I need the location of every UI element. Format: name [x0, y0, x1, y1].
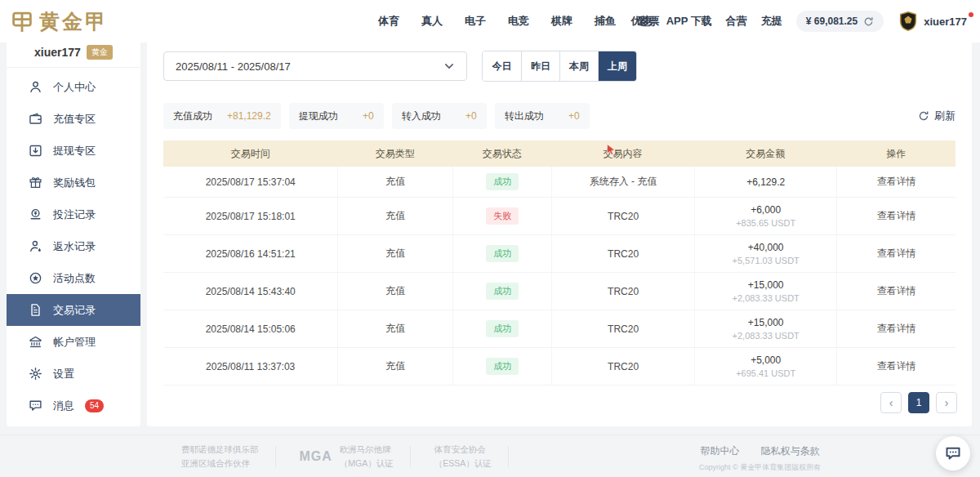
sidebar-menu-item[interactable]: 充值专区 [7, 103, 140, 135]
table-row: 2025/08/11 13:37:03 充值 成功 TRC20 +5,000 +… [163, 348, 956, 386]
summary-chip: 提现成功 +0 [289, 103, 384, 129]
nav-item[interactable]: 真人 [421, 14, 443, 29]
user-menu[interactable]: xiuer177 [898, 11, 973, 32]
date-range-value: 2025/08/11 - 2025/08/17 [176, 60, 291, 73]
col-header-action: 操作 [836, 147, 956, 161]
partner-description: 费耶诺德足球俱乐部 亚洲区域合作伙伴 [181, 443, 259, 470]
header-link[interactable]: APP 下载 [666, 14, 712, 29]
balance-pill[interactable]: ¥ 69,081.25 [796, 11, 884, 32]
view-details-link[interactable]: 查看详情 [877, 284, 916, 298]
view-details-link[interactable]: 查看详情 [877, 322, 916, 336]
summary-label: 转入成功 [402, 109, 441, 123]
table-row: 2025/08/17 15:37:04 充值 成功 系统存入 - 充值 +6,1… [163, 167, 956, 198]
current-page-button[interactable]: 1 [908, 392, 929, 413]
next-page-button[interactable]: › [936, 392, 957, 413]
summary-chip: 转入成功 +0 [392, 103, 487, 129]
header-link[interactable]: 充提 [761, 14, 782, 29]
view-details-link[interactable]: 查看详情 [877, 209, 916, 223]
status-badge: 失败 [486, 207, 519, 225]
brand-name: 黄金甲 [39, 8, 108, 35]
sidebar-item-label: 提现专区 [53, 144, 96, 158]
header-link[interactable]: 合营 [726, 14, 747, 29]
view-details-link[interactable]: 查看详情 [877, 359, 916, 373]
sidebar-menu-item[interactable]: 设置 [7, 358, 140, 390]
cell-type: 充值 [337, 310, 452, 347]
cell-action: 查看详情 [836, 167, 956, 197]
amount-usdt: +835.65 USDT [736, 218, 795, 228]
partner-item: 费耶诺德足球俱乐部 亚洲区域合作伙伴 [174, 443, 259, 470]
col-header-content: 交易内容 [551, 147, 694, 161]
nav-item[interactable]: 棋牌 [551, 14, 572, 29]
summary-row: 充值成功 +81,129.2 提现成功 +0 转入成功 +0 转出成功 +0 刷… [163, 103, 956, 129]
footer-link[interactable]: 帮助中心 [701, 444, 740, 458]
sidebar-menu-item[interactable]: 返水记录 [7, 230, 140, 262]
sidebar-menu-item[interactable]: 个人中心 [7, 71, 140, 103]
cell-amount: +6,129.2 [694, 167, 837, 197]
cell-type: 充值 [337, 348, 452, 385]
cell-type: 充值 [337, 235, 452, 272]
records-icon [29, 303, 42, 317]
notification-dot [969, 12, 973, 17]
status-badge: 成功 [486, 245, 519, 262]
amount-usdt: +5,571.03 USDT [733, 256, 800, 265]
nav-item[interactable]: 电竞 [508, 14, 529, 29]
nav-item[interactable]: 体育 [378, 14, 399, 29]
view-details-link[interactable]: 查看详情 [877, 175, 916, 189]
prev-page-button[interactable]: ‹ [880, 392, 902, 413]
withdraw-icon [29, 144, 42, 158]
partner-line1: 欧洲马尔他牌 [340, 443, 394, 456]
sidebar-item-label: 奖励钱包 [53, 176, 96, 190]
balance-amount: ¥ 69,081.25 [806, 16, 858, 27]
table-row: 2025/08/17 15:18:01 充值 失败 TRC20 +6,000 +… [163, 198, 956, 235]
table-row: 2025/08/16 14:51:21 充值 成功 TRC20 +40,000 … [163, 235, 956, 273]
cell-action: 查看详情 [836, 273, 956, 310]
nav-item[interactable]: 捕鱼 [595, 14, 616, 29]
sidebar-item-label: 充值专区 [53, 112, 96, 127]
refresh-button[interactable]: 刷新 [918, 109, 956, 123]
sidebar-menu-item[interactable]: 帐户管理 [7, 326, 140, 358]
header-link[interactable]: 优惠 [631, 14, 653, 29]
copyright-text: Copyright © 黄金甲体育集团版权所有 [699, 462, 821, 473]
amount-main: +6,129.2 [746, 176, 785, 188]
period-tab[interactable]: 上周 [598, 51, 636, 81]
refresh-balance-icon[interactable] [863, 16, 874, 27]
cell-content: 系统存入 - 充值 [551, 167, 694, 197]
summary-value: +0 [568, 110, 580, 122]
cell-action: 查看详情 [836, 198, 956, 234]
sidebar-menu-item[interactable]: 奖励钱包 [7, 167, 140, 198]
refresh-label: 刷新 [934, 109, 956, 123]
partner-item: ESSA 体育安全协会 （ESSA）认证 [427, 443, 492, 470]
gift-icon [29, 176, 42, 189]
cell-amount: +5,000 +695.41 USDT [694, 348, 837, 385]
bet-icon [29, 207, 42, 221]
sidebar-item-label: 交易记录 [53, 303, 96, 318]
sidebar-menu-item[interactable]: 交易记录 [7, 294, 140, 326]
cell-status: 失败 [452, 198, 551, 234]
view-details-link[interactable]: 查看详情 [877, 247, 916, 261]
nav-item[interactable]: 电子 [465, 14, 486, 29]
partner-line2: 亚洲区域合作伙伴 [181, 457, 259, 470]
date-range-picker[interactable]: 2025/08/11 - 2025/08/17 [163, 51, 467, 81]
transactions-panel: 2025/08/11 - 2025/08/17 今日 昨日 本周 上周 充值成功… [147, 39, 972, 426]
cell-content: TRC20 [551, 310, 694, 347]
footer-link[interactable]: 隐私权与条款 [761, 444, 820, 458]
wallet-icon [29, 112, 42, 126]
period-tab[interactable]: 昨日 [521, 51, 559, 81]
points-icon [29, 271, 42, 285]
partner-logo-text: MGA [300, 449, 332, 464]
sidebar-menu-item[interactable]: 投注记录 [7, 198, 140, 230]
sidebar-menu-item[interactable]: 提现专区 [7, 135, 140, 167]
gear-icon [29, 367, 42, 381]
user-avatar-shield-icon [898, 11, 919, 32]
period-tab[interactable]: 今日 [483, 51, 521, 81]
unread-count-badge: 54 [85, 399, 104, 412]
brand-logo[interactable]: 黄金甲 [10, 8, 108, 35]
chat-icon [29, 399, 42, 412]
sidebar-menu-item[interactable]: 消息 54 [7, 390, 140, 421]
vip-level-badge: 黄金 [87, 45, 113, 60]
chevron-down-icon [443, 60, 455, 72]
sidebar-menu-item[interactable]: 活动点数 [7, 262, 140, 294]
footer-right: 帮助中心 隐私权与条款 Copyright © 黄金甲体育集团版权所有 [699, 444, 821, 473]
live-chat-button[interactable] [936, 436, 970, 470]
period-tab[interactable]: 本周 [559, 51, 598, 81]
